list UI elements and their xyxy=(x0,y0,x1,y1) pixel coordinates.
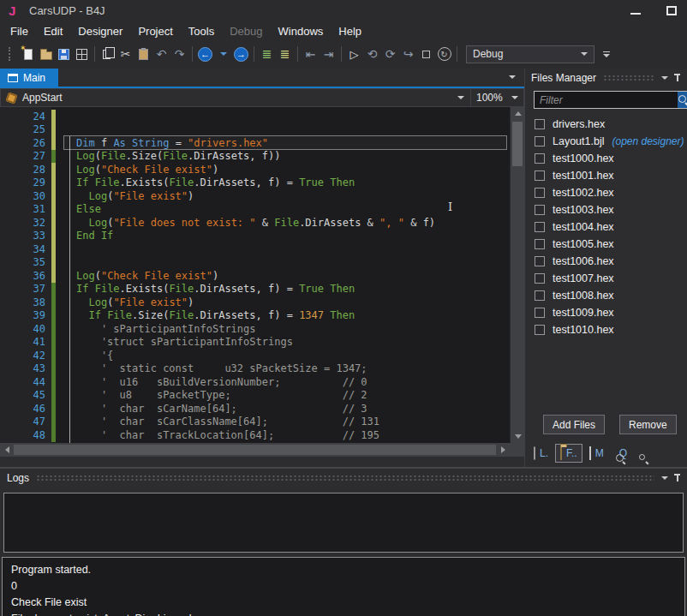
file-checkbox[interactable] xyxy=(535,256,545,266)
minimize-button[interactable] xyxy=(630,8,641,15)
scroll-right-button[interactable] xyxy=(496,443,510,457)
debug-step-into-icon[interactable]: ↪ xyxy=(399,44,417,64)
line-number[interactable]: 33 xyxy=(0,230,51,242)
panel-tab-files[interactable]: F.. xyxy=(555,444,582,463)
scroll-down-button[interactable] xyxy=(511,430,524,443)
panel-tab-libraries[interactable]: L. xyxy=(529,445,553,462)
line-number[interactable]: 38 xyxy=(0,296,51,308)
panel-tab-modules[interactable]: M xyxy=(585,445,608,462)
maximize-button[interactable] xyxy=(666,6,677,15)
file-row[interactable]: test1005.hex xyxy=(525,236,687,253)
file-row[interactable]: Layout1.bjl(open designer) xyxy=(525,133,687,150)
pin-icon[interactable] xyxy=(673,73,681,83)
file-row[interactable]: test1007.hex xyxy=(525,270,687,287)
new-file-icon[interactable]: ✶ xyxy=(19,44,37,64)
run-icon[interactable]: ▷ xyxy=(345,44,363,64)
line-number[interactable]: 48 xyxy=(0,429,51,441)
menu-edit[interactable]: Edit xyxy=(36,23,70,39)
debug-step-over-icon[interactable]: ⟳ xyxy=(381,44,399,64)
line-number[interactable]: 24 xyxy=(0,111,51,123)
uncomment-icon[interactable]: ≣ xyxy=(276,44,294,64)
line-number[interactable]: 26 xyxy=(0,137,51,149)
file-row[interactable]: drivers.hex xyxy=(525,116,687,133)
line-number[interactable]: 28 xyxy=(0,164,51,176)
save-icon[interactable] xyxy=(55,44,73,64)
file-checkbox[interactable] xyxy=(535,325,545,335)
menu-designer[interactable]: Designer xyxy=(70,23,130,39)
file-checkbox[interactable] xyxy=(535,119,545,129)
restart-icon[interactable]: ↻ xyxy=(435,44,453,64)
nav-forward-icon[interactable]: → xyxy=(232,44,250,64)
line-number[interactable]: 47 xyxy=(0,416,51,428)
line-number[interactable]: 45 xyxy=(0,389,51,401)
logs-empty-view[interactable] xyxy=(3,493,684,553)
line-number[interactable]: 42 xyxy=(0,350,51,362)
menu-debug[interactable]: Debug xyxy=(222,23,270,39)
jump-forward-icon[interactable]: ⇥ xyxy=(320,44,338,64)
panel-menu-caret-icon[interactable] xyxy=(661,76,668,80)
remove-button[interactable]: Remove xyxy=(619,415,677,434)
file-checkbox[interactable] xyxy=(535,188,545,198)
file-checkbox[interactable] xyxy=(535,222,545,232)
line-number[interactable]: 44 xyxy=(0,376,51,388)
file-row[interactable]: test1008.hex xyxy=(525,287,687,304)
horizontal-scrollbar[interactable] xyxy=(0,443,524,457)
line-number[interactable]: 46 xyxy=(0,403,51,415)
menu-windows[interactable]: Windows xyxy=(271,23,332,39)
copy-icon[interactable] xyxy=(99,44,116,64)
line-number[interactable]: 31 xyxy=(0,203,51,215)
filter-search-button[interactable] xyxy=(678,91,687,109)
file-row[interactable]: test1003.hex xyxy=(525,201,687,218)
line-number[interactable]: 40 xyxy=(0,323,51,335)
panel-tab-quick-search[interactable]: Q xyxy=(611,445,631,462)
zoom-selector[interactable]: 100% xyxy=(470,89,523,106)
line-number[interactable]: 41 xyxy=(0,336,51,348)
filter-input[interactable] xyxy=(534,91,678,109)
line-number[interactable]: 30 xyxy=(0,190,51,202)
line-number[interactable]: 34 xyxy=(0,243,51,255)
menu-file[interactable]: File xyxy=(3,23,36,39)
line-number[interactable]: 29 xyxy=(0,176,51,188)
file-row[interactable]: test1010.hex xyxy=(525,321,687,338)
file-checkbox[interactable] xyxy=(535,170,545,181)
pin-icon[interactable] xyxy=(673,473,681,483)
add-files-button[interactable]: Add Files xyxy=(543,415,605,434)
line-number[interactable]: 32 xyxy=(0,217,51,229)
jump-back-icon[interactable]: ⇤ xyxy=(302,44,320,64)
logs-output-view[interactable]: Program started.0Check File existFile do… xyxy=(2,557,685,616)
line-number[interactable]: 27 xyxy=(0,150,51,162)
comment-icon[interactable]: ≣ xyxy=(258,44,276,64)
file-row[interactable]: test1002.hex xyxy=(525,184,687,201)
code-editor[interactable]: 242526Dim f As String = "drivers.hex"27L… xyxy=(0,107,524,443)
file-checkbox[interactable] xyxy=(535,205,545,215)
file-row[interactable]: test1004.hex xyxy=(525,218,687,236)
line-number[interactable]: 37 xyxy=(0,283,51,295)
stop-icon[interactable] xyxy=(417,44,435,64)
debug-resume-icon[interactable]: ⟲ xyxy=(363,44,381,64)
cut-icon[interactable]: ✂ xyxy=(116,44,134,64)
file-row[interactable]: test1006.hex xyxy=(525,253,687,270)
file-checkbox[interactable] xyxy=(535,290,545,301)
logs-menu-caret-icon[interactable] xyxy=(661,476,668,480)
panel-tab-find-references[interactable] xyxy=(634,451,642,456)
file-row[interactable]: test1009.hex xyxy=(525,304,687,321)
nav-back-icon[interactable]: ← xyxy=(196,44,214,64)
toolbar-overflow-button[interactable] xyxy=(603,51,610,57)
tab-main[interactable]: Main xyxy=(0,69,58,87)
modules-icon[interactable] xyxy=(73,44,91,64)
grip-icon[interactable] xyxy=(1,44,19,64)
file-row[interactable]: test1000.hex xyxy=(525,150,687,167)
file-checkbox[interactable] xyxy=(535,239,545,249)
open-project-icon[interactable] xyxy=(37,44,55,64)
sub-selector[interactable]: AppStart xyxy=(1,89,470,106)
undo-icon[interactable]: ↶ xyxy=(152,44,170,64)
file-row[interactable]: test1001.hex xyxy=(525,167,687,184)
vertical-scroll-thumb[interactable] xyxy=(512,122,523,166)
line-number[interactable]: 36 xyxy=(0,270,51,282)
vertical-scrollbar[interactable] xyxy=(510,107,524,443)
build-config-select[interactable]: Debug xyxy=(466,45,594,63)
file-checkbox[interactable] xyxy=(535,308,545,318)
menu-tools[interactable]: Tools xyxy=(181,23,222,39)
paste-icon[interactable] xyxy=(134,44,152,64)
file-checkbox[interactable] xyxy=(535,153,545,164)
